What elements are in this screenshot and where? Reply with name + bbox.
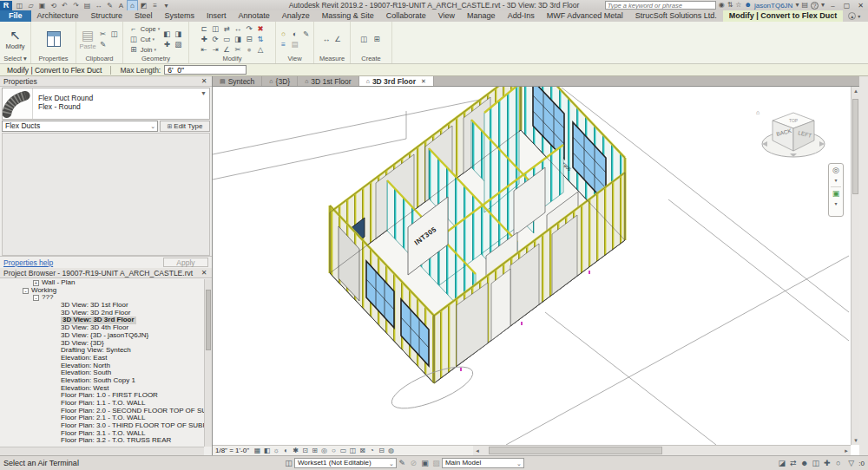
ribbon-tab-steel[interactable]: Steel bbox=[128, 10, 159, 22]
select-underlay-icon[interactable]: ⇄ bbox=[787, 459, 799, 467]
displace-icon[interactable]: ▤ bbox=[290, 40, 300, 49]
drawing-canvas[interactable]: INT905 bbox=[213, 87, 851, 445]
trim-icon[interactable]: ◨ bbox=[233, 35, 243, 44]
open-icon[interactable]: ▱ bbox=[25, 1, 36, 10]
apply-button[interactable]: Apply bbox=[163, 258, 208, 267]
detail-level-icon[interactable]: ▦ bbox=[253, 447, 262, 454]
thin-lines-icon[interactable]: ≡ bbox=[149, 1, 161, 10]
ribbon-minimize-caret-icon[interactable]: ▾ bbox=[858, 13, 860, 19]
delete-icon[interactable]: ✖ bbox=[255, 24, 266, 34]
select-by-face-icon[interactable]: ◫ bbox=[810, 459, 821, 467]
signed-in-user[interactable]: jasonTQ6JN bbox=[754, 2, 792, 10]
sun-path-icon[interactable]: ☼ bbox=[272, 447, 281, 454]
ribbon-tab-collaborate[interactable]: Collaborate bbox=[380, 10, 432, 22]
tree-expander-icon[interactable]: - bbox=[23, 288, 29, 294]
design-options-edit-icon[interactable]: ▨ bbox=[431, 459, 442, 467]
tree-expander-icon[interactable]: - bbox=[33, 295, 39, 301]
create-group-icon[interactable]: ◫ bbox=[358, 35, 369, 44]
reveal-hidden-elements-icon[interactable]: ○ bbox=[329, 447, 339, 454]
linework-icon[interactable]: ✎ bbox=[301, 29, 312, 39]
trim-extend-single-icon[interactable]: ⇤ bbox=[199, 45, 209, 55]
trim-extend-multi-icon[interactable]: ⇥ bbox=[210, 45, 220, 55]
measure-panel-label[interactable]: Measure bbox=[314, 55, 350, 63]
view-tab-3d-1st-floor[interactable]: ⌂3D 1st Floor bbox=[298, 76, 359, 86]
project-browser-close-icon[interactable]: ✕ bbox=[200, 269, 208, 277]
create-assembly-icon[interactable]: ⊞ bbox=[372, 35, 382, 44]
tree-expander-icon[interactable]: + bbox=[33, 280, 39, 286]
highlight-sets-icon[interactable]: ⊟ bbox=[377, 447, 386, 454]
override-graphics-icon[interactable]: ◐ bbox=[290, 29, 300, 39]
split-icon[interactable]: ⊟ bbox=[244, 35, 254, 44]
ribbon-tab-add-ins[interactable]: Add-Ins bbox=[502, 10, 541, 22]
shadows-icon[interactable]: ◐ bbox=[281, 447, 291, 454]
zoom-caret-icon[interactable]: ▾ bbox=[834, 199, 837, 208]
cut-button[interactable]: ◫Cut▾ bbox=[128, 35, 160, 44]
navigation-bar[interactable]: ◎ ▾ ▣ ▾ bbox=[828, 163, 844, 217]
revit-logo-icon[interactable]: R bbox=[0, 1, 12, 10]
ribbon-tab-annotate[interactable]: Annotate bbox=[233, 10, 276, 22]
user-icon[interactable]: ☻ bbox=[745, 1, 752, 10]
press-drag-icon[interactable]: ○ bbox=[832, 459, 844, 467]
reveal-constraints-icon[interactable]: ⊠ bbox=[358, 447, 367, 454]
help-caret-icon[interactable]: ▾ bbox=[821, 1, 825, 10]
workspace-icon[interactable]: ◫ bbox=[14, 1, 25, 10]
cope-button[interactable]: ⌐Cope▾ bbox=[128, 24, 160, 34]
move-icon[interactable]: ↔ bbox=[233, 24, 243, 34]
cut-to-clipboard-icon[interactable]: ✂ bbox=[98, 29, 108, 39]
join-button[interactable]: ⊞Join▾ bbox=[128, 45, 160, 55]
navbar-caret-icon[interactable]: ▾ bbox=[834, 176, 837, 185]
close-button[interactable]: ✕ bbox=[855, 2, 866, 10]
ribbon-tab-structure[interactable]: Structure bbox=[85, 10, 129, 22]
offset-icon[interactable]: ◫ bbox=[210, 24, 220, 34]
vertical-scrollbar[interactable]: ▴ ▾ bbox=[851, 87, 859, 445]
tree-item[interactable]: -Working bbox=[0, 287, 204, 295]
undo-icon[interactable]: ↶ bbox=[59, 1, 70, 10]
ribbon-tab-analyze[interactable]: Analyze bbox=[276, 10, 316, 22]
search-icon[interactable]: ◉ bbox=[719, 1, 725, 10]
view-tab-syntech[interactable]: ▤Syntech bbox=[213, 76, 262, 86]
qat-customize-icon[interactable]: ▾ bbox=[161, 1, 172, 10]
print-icon[interactable]: ▤ bbox=[82, 1, 93, 10]
demolish-icon[interactable]: ▨ bbox=[173, 40, 183, 49]
search-input[interactable] bbox=[605, 1, 716, 10]
horizontal-scrollbar[interactable]: ◂ ▸ bbox=[473, 445, 851, 455]
analytical-model-icon[interactable]: ◔ bbox=[367, 447, 377, 454]
properties-panel-label[interactable]: Properties bbox=[31, 55, 76, 63]
properties-grid[interactable] bbox=[2, 133, 210, 256]
aligned-dimension-icon[interactable]: ↔ bbox=[93, 1, 104, 10]
selection-filter-icon[interactable]: ▽ bbox=[845, 459, 857, 467]
measure-icon[interactable]: ↔ bbox=[321, 35, 332, 44]
ribbon-tab-architecture[interactable]: Architecture bbox=[31, 10, 85, 22]
properties-icon[interactable] bbox=[47, 31, 61, 47]
split-element-icon[interactable]: ✂ bbox=[233, 45, 243, 55]
steering-wheel-icon[interactable]: ◎ bbox=[832, 166, 839, 174]
hide-icon[interactable]: ○ bbox=[279, 29, 289, 39]
design-option-select[interactable]: Main Model bbox=[442, 458, 524, 468]
match-type-icon[interactable]: ✎ bbox=[98, 40, 108, 49]
drag-on-selection-icon[interactable]: ✚ bbox=[821, 459, 832, 467]
displacement-icon[interactable]: ◍ bbox=[386, 447, 396, 454]
offset-icon[interactable]: ◧ bbox=[161, 29, 172, 39]
ribbon-tab-strucsoft-solutions-ltd-[interactable]: StrucSoft Solutions Ltd. bbox=[629, 10, 723, 22]
cutaway-icon[interactable]: ≡ bbox=[279, 40, 289, 49]
properties-filter-select[interactable]: Flex Ducts bbox=[2, 121, 158, 132]
temporary-hide-isolate-icon[interactable]: ◎ bbox=[319, 447, 329, 454]
worksharing-display-icon[interactable]: ◫ bbox=[348, 447, 358, 454]
sync-icon[interactable]: ⟲ bbox=[48, 1, 59, 10]
editable-only-icon[interactable]: ✎ bbox=[397, 459, 408, 467]
scale-button[interactable]: 1/8" = 1'-0" bbox=[215, 447, 249, 454]
array-icon[interactable]: ⟳ bbox=[210, 35, 220, 44]
communication-center-icon[interactable]: ⇅ bbox=[727, 1, 733, 10]
copy-icon[interactable]: ✚ bbox=[199, 35, 209, 44]
scale-icon[interactable]: ▭ bbox=[221, 35, 232, 44]
viewcube[interactable]: TOP BACK LEFT ⌂ bbox=[753, 106, 833, 168]
zoom-icon[interactable]: ▣ bbox=[832, 189, 840, 198]
modify-button-label[interactable]: Modify bbox=[5, 42, 24, 50]
gray-inactive-worksets-icon[interactable]: ⊘ bbox=[408, 459, 419, 467]
geometry-panel-label[interactable]: Geometry bbox=[123, 55, 188, 63]
paste-icon[interactable]: ▤ bbox=[79, 29, 95, 42]
pin-icon[interactable]: ⇅ bbox=[255, 35, 266, 44]
paint-icon[interactable]: ✚ bbox=[161, 40, 172, 49]
detail-line-icon[interactable]: ✎ bbox=[104, 1, 115, 10]
project-browser-hscrollbar[interactable] bbox=[0, 447, 204, 455]
